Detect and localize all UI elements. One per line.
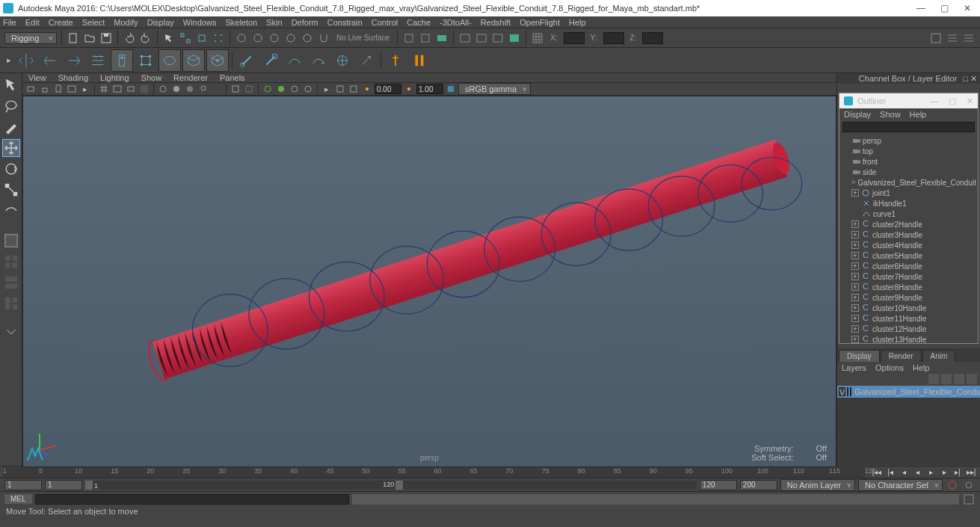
menu-modify[interactable]: Modify bbox=[114, 18, 138, 27]
scale-constraint-tool[interactable] bbox=[331, 49, 354, 72]
color-space-icon[interactable] bbox=[445, 84, 457, 94]
expand-icon[interactable]: + bbox=[851, 221, 859, 228]
layer-row[interactable]: V Galvanized_Steel_Flexible_Conduit_7 bbox=[837, 386, 980, 398]
time-ruler[interactable]: 1510152025303540455055606570758085909510… bbox=[3, 467, 865, 478]
x-input[interactable] bbox=[564, 32, 585, 44]
outliner-node[interactable]: +Ccluster4Handle bbox=[841, 240, 976, 250]
scale-tool[interactable] bbox=[2, 181, 20, 199]
menu-skeleton[interactable]: Skeleton bbox=[225, 18, 257, 27]
outliner-node[interactable]: top bbox=[841, 146, 976, 156]
outliner-node[interactable]: front bbox=[841, 156, 976, 167]
channel-box-tab[interactable]: Channel Box / Layer Editor bbox=[859, 74, 957, 83]
outliner-close[interactable]: ✕ bbox=[967, 96, 973, 106]
history-icon[interactable] bbox=[419, 31, 432, 45]
expand-icon[interactable]: + bbox=[851, 262, 859, 270]
orient-constraint-tool[interactable] bbox=[307, 49, 330, 72]
menu-control[interactable]: Control bbox=[372, 18, 398, 27]
layer-move-up-icon[interactable] bbox=[928, 374, 939, 384]
layer-tab-render[interactable]: Render bbox=[881, 350, 922, 362]
shaded-icon[interactable] bbox=[170, 84, 182, 94]
menu-file[interactable]: File bbox=[3, 18, 16, 27]
outliner-node[interactable]: +Ccluster7Handle bbox=[841, 271, 976, 282]
expand-icon[interactable]: + bbox=[851, 294, 859, 301]
textured-icon[interactable] bbox=[184, 84, 196, 94]
prefs-icon[interactable] bbox=[962, 478, 976, 492]
menu-help[interactable]: Help bbox=[569, 18, 586, 27]
render-view-icon[interactable] bbox=[508, 31, 521, 45]
playback-start-input[interactable] bbox=[45, 480, 82, 490]
wireframe-icon[interactable] bbox=[157, 84, 169, 94]
outliner-node[interactable]: +joint1 bbox=[841, 188, 976, 198]
layout-2h-tool[interactable] bbox=[2, 274, 20, 292]
expand-icon[interactable]: + bbox=[851, 283, 859, 291]
move-tool[interactable] bbox=[2, 139, 20, 157]
menu-openflight[interactable]: OpenFlight bbox=[520, 18, 560, 27]
outliner-node[interactable]: +Ccluster6Handle bbox=[841, 261, 976, 271]
layout-4-tool[interactable] bbox=[2, 253, 20, 271]
select-mode-icon[interactable] bbox=[162, 31, 176, 45]
symmetry-tool[interactable] bbox=[15, 49, 37, 72]
xray-icon[interactable] bbox=[243, 84, 255, 94]
film-gate-icon[interactable] bbox=[111, 84, 123, 94]
range-end-input[interactable] bbox=[740, 480, 777, 490]
layers-menu-layers[interactable]: Layers bbox=[842, 363, 866, 372]
lasso-tool[interactable] bbox=[2, 97, 20, 115]
isolate-icon[interactable] bbox=[229, 84, 241, 94]
range-slider[interactable]: 1 120 bbox=[85, 481, 697, 490]
outliner-node[interactable]: +Ccluster11Handle bbox=[841, 313, 976, 324]
ipr-icon[interactable] bbox=[475, 31, 488, 45]
outliner-minimize[interactable]: — bbox=[930, 96, 938, 106]
set-key-tool[interactable] bbox=[384, 49, 407, 72]
expand-icon[interactable]: + bbox=[851, 252, 859, 259]
ssao-icon[interactable] bbox=[275, 84, 287, 94]
expand-icon[interactable]: + bbox=[851, 241, 859, 249]
expand-icon[interactable]: + bbox=[851, 325, 859, 333]
redo-icon[interactable] bbox=[139, 31, 152, 45]
menu-edit[interactable]: Edit bbox=[25, 18, 40, 27]
layout-custom-tool[interactable] bbox=[2, 295, 20, 312]
outliner-menu-help[interactable]: Help bbox=[910, 110, 927, 119]
menu-deform[interactable]: Deform bbox=[292, 18, 318, 27]
layout-tool[interactable] bbox=[2, 232, 20, 250]
new-scene-icon[interactable] bbox=[67, 31, 80, 45]
script-editor-icon[interactable] bbox=[962, 493, 976, 506]
layers-menu-help[interactable]: Help bbox=[913, 363, 930, 372]
panel-menu-renderer[interactable]: Renderer bbox=[173, 73, 208, 82]
exposure-input[interactable] bbox=[375, 84, 401, 94]
expand-icon[interactable]: + bbox=[851, 189, 859, 197]
sym-x-tool[interactable] bbox=[39, 49, 61, 72]
outliner-node[interactable]: ikHandle1 bbox=[841, 198, 976, 209]
workspace-selector[interactable]: Rigging bbox=[4, 32, 57, 44]
menu-redshift[interactable]: Redshift bbox=[481, 18, 511, 27]
grid-icon[interactable] bbox=[531, 31, 544, 45]
y-input[interactable] bbox=[603, 32, 624, 44]
menu-create[interactable]: Create bbox=[49, 18, 73, 27]
panel-menu-shading[interactable]: Shading bbox=[58, 73, 88, 82]
outliner-menu-display[interactable]: Display bbox=[844, 110, 871, 119]
collapse-tool[interactable] bbox=[2, 323, 20, 341]
outliner-titlebar[interactable]: Outliner —▢✕ bbox=[839, 93, 978, 108]
menu-dtoall[interactable]: -3DtoAll- bbox=[440, 18, 472, 27]
playback-end-input[interactable] bbox=[700, 480, 737, 490]
outliner-node[interactable]: +Ccluster10Handle bbox=[841, 303, 976, 313]
time-slider[interactable]: 1510152025303540455055606570758085909510… bbox=[0, 466, 980, 478]
render-icon[interactable] bbox=[435, 31, 449, 45]
layer-tab-anim[interactable]: Anim bbox=[922, 350, 956, 362]
outliner-node[interactable]: +Ccluster8Handle bbox=[841, 282, 976, 292]
minimize-button[interactable]: — bbox=[916, 3, 925, 13]
menu-skin[interactable]: Skin bbox=[266, 18, 282, 27]
panel-menu-lighting[interactable]: Lighting bbox=[100, 73, 129, 82]
graph-editor-tool[interactable] bbox=[408, 49, 431, 72]
outliner-node[interactable]: +Ccluster13Handle bbox=[841, 334, 976, 343]
sym-y-tool[interactable] bbox=[63, 49, 85, 72]
expand-icon[interactable]: + bbox=[851, 304, 859, 312]
skin-tool[interactable] bbox=[158, 49, 181, 72]
hq-icon[interactable] bbox=[262, 84, 274, 94]
image-plane-icon[interactable] bbox=[66, 84, 78, 94]
outliner-node[interactable]: curve1 bbox=[841, 209, 976, 219]
expand-icon[interactable]: + bbox=[851, 315, 859, 322]
camera-select-icon[interactable] bbox=[25, 84, 37, 94]
snap-plane-icon[interactable] bbox=[284, 31, 298, 45]
2d-pan-icon[interactable]: ▸ bbox=[79, 84, 91, 94]
play-back-icon[interactable]: ◂ bbox=[911, 467, 923, 478]
